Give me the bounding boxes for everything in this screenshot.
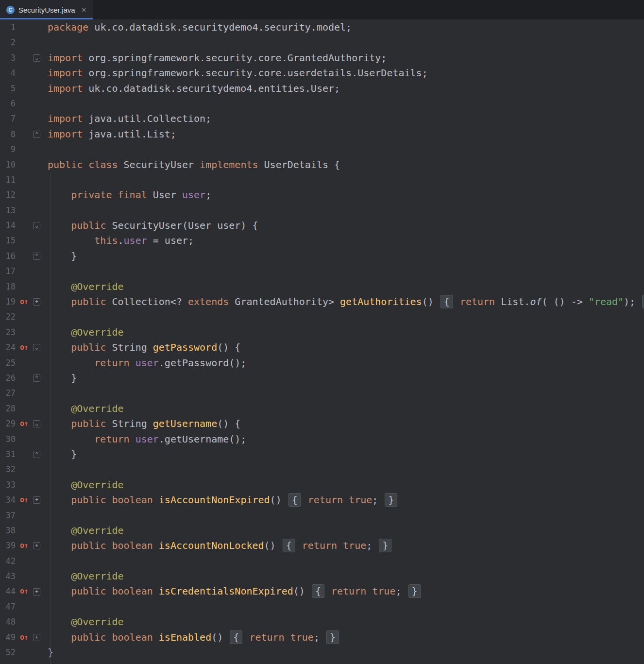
code-token: } bbox=[642, 295, 644, 308]
code-line[interactable]: 37 bbox=[0, 508, 644, 523]
code-line[interactable]: 18 @Override bbox=[0, 279, 644, 294]
code-line[interactable]: 28 @Override bbox=[0, 401, 644, 416]
code-token: getAuthorities bbox=[340, 296, 422, 307]
gutter: 18 bbox=[0, 279, 47, 294]
code-token bbox=[130, 433, 136, 445]
fold-icon bbox=[33, 207, 40, 214]
code-line[interactable]: 9 bbox=[0, 142, 644, 157]
code-line[interactable]: 6 bbox=[0, 96, 644, 111]
fold-icon[interactable]: + bbox=[33, 588, 40, 596]
code-line[interactable]: 16⌃ } bbox=[0, 249, 644, 264]
code-line[interactable]: 2 bbox=[0, 35, 644, 50]
code-line[interactable]: 27 bbox=[0, 386, 644, 401]
code-line[interactable]: 44o↑+ public boolean isCredentialsNonExp… bbox=[0, 584, 644, 599]
fold-icon bbox=[33, 558, 40, 565]
fold-icon[interactable]: + bbox=[33, 496, 40, 504]
code-line[interactable]: 48 @Override bbox=[0, 614, 644, 630]
code-token bbox=[302, 494, 308, 506]
code-line[interactable]: 7import java.util.Collection; bbox=[0, 111, 644, 126]
code-line[interactable]: 8⌃import java.util.List; bbox=[0, 127, 644, 142]
code-token: implements bbox=[200, 159, 258, 170]
line-number: 13 bbox=[0, 203, 16, 218]
code-token bbox=[48, 326, 71, 338]
code-line[interactable]: 42 bbox=[0, 554, 644, 569]
override-method-icon[interactable]: o↑ bbox=[16, 340, 32, 355]
fold-icon[interactable]: ⌃ bbox=[33, 131, 40, 138]
code-line[interactable]: 25 return user.getPassword(); bbox=[0, 356, 644, 371]
code-line[interactable]: 49o↑+ public boolean isEnabled() { retur… bbox=[0, 630, 644, 645]
fold-icon[interactable]: + bbox=[33, 542, 40, 549]
code-line[interactable]: 23 @Override bbox=[0, 325, 644, 340]
editor[interactable]: 1package uk.co.datadisk.securitydemo4.se… bbox=[0, 19, 644, 660]
code-line[interactable]: 33 @Override bbox=[0, 477, 644, 493]
code-line[interactable]: 3⌄import org.springframework.security.co… bbox=[0, 51, 644, 66]
code-token: .getPassword(); bbox=[159, 357, 247, 369]
code-token: Collection<? bbox=[106, 296, 188, 307]
override-method-icon[interactable]: o↑ bbox=[16, 538, 32, 553]
code-line[interactable]: 22 bbox=[0, 309, 644, 324]
code-line[interactable]: 43 @Override bbox=[0, 569, 644, 584]
code-line[interactable]: 11 bbox=[0, 172, 644, 187]
close-tab-icon[interactable]: × bbox=[82, 6, 86, 14]
code-line[interactable]: 24o↑⌄ public String getPassword() { bbox=[0, 340, 644, 355]
code-line[interactable]: 5import uk.co.datadisk.securitydemo4.ent… bbox=[0, 81, 644, 96]
code-token: @Override bbox=[71, 525, 123, 536]
gutter: 22 bbox=[0, 309, 47, 324]
code-token: isAccountNonLocked bbox=[159, 540, 264, 551]
fold-icon[interactable]: + bbox=[33, 634, 40, 641]
code-line[interactable]: 32 bbox=[0, 462, 644, 477]
code-line[interactable]: 39o↑+ public boolean isAccountNonLocked(… bbox=[0, 538, 644, 553]
override-method-icon[interactable]: o↑ bbox=[16, 416, 32, 431]
code-line[interactable]: 17 bbox=[0, 264, 644, 279]
code-line[interactable]: 15 this.user = user; bbox=[0, 233, 644, 248]
gutter: 23 bbox=[0, 325, 47, 340]
code-token bbox=[48, 585, 71, 597]
code-token: () bbox=[293, 585, 311, 597]
code-line[interactable]: 29o↑⌄ public String getUsername() { bbox=[0, 416, 644, 431]
fold-icon[interactable]: ⌄ bbox=[33, 222, 40, 229]
code-line[interactable]: 14⌄ public SecurityUser(User user) { bbox=[0, 218, 644, 233]
code-line[interactable]: 30 return user.getUsername(); bbox=[0, 432, 644, 447]
code-line[interactable]: 13 bbox=[0, 203, 644, 218]
code-text bbox=[47, 309, 48, 324]
gutter: 52 bbox=[0, 645, 47, 660]
fold-icon bbox=[33, 24, 40, 31]
line-number: 16 bbox=[0, 249, 16, 264]
code-line[interactable]: 12 private final User user; bbox=[0, 187, 644, 203]
fold-icon[interactable]: ⌄ bbox=[33, 344, 40, 351]
code-line[interactable]: 26⌃ } bbox=[0, 371, 644, 386]
fold-icon[interactable]: + bbox=[33, 298, 40, 306]
override-method-icon[interactable]: o↑ bbox=[16, 294, 32, 309]
code-line[interactable]: 1package uk.co.datadisk.securitydemo4.se… bbox=[0, 20, 644, 35]
code-token bbox=[83, 159, 88, 170]
code-token: uk.co.datadisk.securitydemo4.security.mo… bbox=[88, 21, 352, 33]
code-line[interactable]: 10public class SecurityUser implements U… bbox=[0, 157, 644, 172]
code-token bbox=[106, 540, 112, 551]
code-line[interactable]: 47 bbox=[0, 599, 644, 614]
fold-icon[interactable]: ⌃ bbox=[33, 451, 40, 458]
code-line[interactable]: 31⌃ } bbox=[0, 447, 644, 462]
fold-icon[interactable]: ⌄ bbox=[33, 54, 40, 62]
code-line[interactable]: 4import org.springframework.security.cor… bbox=[0, 66, 644, 81]
line-number: 33 bbox=[0, 477, 16, 493]
line-number: 43 bbox=[0, 569, 16, 584]
line-number: 18 bbox=[0, 279, 16, 294]
fold-icon[interactable]: ⌄ bbox=[33, 420, 40, 427]
editor-tab-bar: C SecurityUser.java × bbox=[0, 0, 644, 19]
fold-icon bbox=[33, 405, 40, 412]
code-text: public Collection<? extends GrantedAutho… bbox=[47, 294, 644, 309]
code-token bbox=[106, 494, 112, 506]
code-token: import bbox=[48, 83, 83, 94]
override-method-icon[interactable]: o↑ bbox=[16, 630, 32, 645]
fold-icon[interactable]: ⌃ bbox=[33, 253, 40, 260]
code-token: SecurityUser bbox=[118, 159, 200, 170]
tab-securityuser-java[interactable]: C SecurityUser.java × bbox=[0, 0, 93, 19]
override-method-icon[interactable]: o↑ bbox=[16, 584, 32, 599]
code-line[interactable]: 19o↑+ public Collection<? extends Grante… bbox=[0, 294, 644, 309]
code-line[interactable]: 38 @Override bbox=[0, 523, 644, 538]
override-method-icon[interactable]: o↑ bbox=[16, 493, 32, 508]
fold-icon[interactable]: ⌃ bbox=[33, 375, 40, 382]
code-token: class bbox=[88, 159, 118, 170]
code-line[interactable]: 34o↑+ public boolean isAccountNonExpired… bbox=[0, 493, 644, 508]
code-line[interactable]: 52} bbox=[0, 645, 644, 660]
